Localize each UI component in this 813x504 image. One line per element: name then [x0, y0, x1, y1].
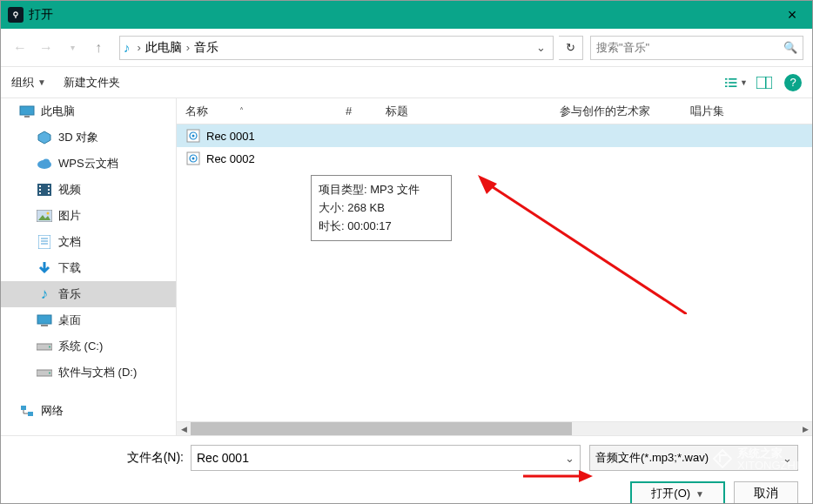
sidebar-item-label: WPS云文档 — [58, 156, 118, 171]
sidebar-item-label: 视频 — [58, 182, 81, 198]
drive-icon — [36, 338, 53, 355]
svg-rect-21 — [48, 192, 50, 194]
view-preview-button[interactable] — [753, 73, 776, 92]
svg-marker-46 — [579, 470, 593, 482]
col-title[interactable]: 标题 — [386, 104, 560, 119]
nav-forward-button[interactable]: → — [36, 37, 57, 58]
file-row[interactable]: Rec 0002 — [177, 147, 812, 170]
file-tooltip: 项目类型: MP3 文件 大小: 268 KB 时长: 00:00:17 — [311, 175, 452, 241]
svg-point-24 — [47, 212, 50, 215]
search-box[interactable]: 🔍 — [590, 36, 803, 60]
svg-text:XITONGZHIJIA.NET: XITONGZHIJIA.NET — [737, 459, 805, 472]
svg-rect-17 — [39, 189, 41, 191]
col-artist[interactable]: 参与创作的艺术家 — [560, 104, 690, 119]
file-row[interactable]: Rec 0001 — [177, 124, 812, 147]
help-button[interactable]: ? — [784, 74, 802, 91]
svg-rect-9 — [765, 77, 767, 89]
window-title: 打开 — [29, 7, 779, 23]
scroll-left-icon[interactable]: ◀ — [177, 422, 191, 436]
open-button[interactable]: 打开(O)▼ — [630, 481, 725, 504]
refresh-button[interactable]: ↻ — [559, 36, 583, 60]
filename-combobox[interactable]: ⌄ — [191, 445, 581, 471]
filename-input[interactable] — [197, 451, 565, 465]
cancel-button[interactable]: 取消 — [734, 481, 798, 504]
breadcrumb-sep: › — [186, 41, 190, 54]
file-name: Rec 0002 — [206, 152, 255, 165]
breadcrumb-sep: › — [138, 41, 141, 54]
breadcrumb-root[interactable]: 此电脑 — [145, 40, 182, 56]
search-input[interactable] — [596, 41, 783, 54]
video-icon — [36, 181, 53, 198]
scroll-right-icon[interactable]: ▶ — [798, 422, 812, 436]
sidebar-item-pc[interactable]: 此电脑 — [1, 98, 176, 124]
tooltip-size: 大小: 268 KB — [319, 199, 444, 218]
sidebar-item-3d[interactable]: 3D 对象 — [1, 124, 176, 151]
sidebar-item-label: 音乐 — [58, 286, 81, 302]
sidebar-item-label: 此电脑 — [41, 104, 75, 119]
col-name[interactable]: 名称˄ — [185, 104, 342, 119]
nav-up-button[interactable]: ↑ — [88, 37, 109, 58]
sidebar-item-label: 3D 对象 — [58, 130, 98, 145]
path-box[interactable]: ♪ › 此电脑 › 音乐 ⌄ — [119, 36, 554, 60]
doc-icon — [36, 233, 53, 251]
scroll-thumb[interactable] — [191, 422, 572, 435]
svg-marker-44 — [478, 175, 497, 194]
sidebar-item-music[interactable]: ♪音乐 — [1, 281, 176, 307]
sidebar-item-doc[interactable]: 文档 — [1, 229, 176, 255]
svg-point-14 — [43, 159, 50, 165]
sidebar-item-label: 下载 — [58, 260, 81, 276]
column-headers: 名称˄ # 标题 参与创作的艺术家 唱片集 — [177, 98, 812, 124]
svg-rect-1 — [15, 16, 16, 18]
sidebar-item-desktop[interactable]: 桌面 — [1, 307, 176, 333]
svg-text:系统之家: 系统之家 — [736, 447, 783, 460]
navbar: ← → ▾ ↑ ♪ › 此电脑 › 音乐 ⌄ ↻ 🔍 — [1, 29, 812, 67]
image-icon — [36, 207, 53, 225]
path-dropdown-icon[interactable]: ⌄ — [536, 41, 546, 54]
svg-rect-16 — [39, 185, 41, 187]
filename-label: 文件名(N): — [105, 450, 184, 466]
sort-asc-icon: ˄ — [239, 106, 244, 116]
annotation-arrow — [478, 175, 687, 314]
svg-rect-10 — [20, 106, 34, 115]
organize-label: 组织 — [11, 75, 34, 91]
svg-point-32 — [49, 346, 50, 348]
sidebar-item-network[interactable]: 网络 — [1, 398, 176, 424]
annotation-arrow — [523, 467, 593, 485]
col-number[interactable]: # — [342, 104, 386, 118]
col-album[interactable]: 唱片集 — [690, 104, 724, 119]
music-icon: ♪ — [36, 286, 53, 303]
filename-dropdown-icon[interactable]: ⌄ — [565, 452, 574, 465]
tooltip-type: 项目类型: MP3 文件 — [319, 181, 444, 199]
nav-recent-caret[interactable]: ▾ — [62, 37, 83, 58]
audio-file-icon — [185, 151, 201, 166]
sidebar-item-cloud[interactable]: WPS云文档 — [1, 151, 176, 177]
svg-rect-25 — [38, 235, 50, 249]
new-folder-label: 新建文件夹 — [64, 75, 120, 91]
svg-rect-6 — [729, 82, 736, 84]
search-icon[interactable]: 🔍 — [783, 41, 797, 54]
sidebar-item-label: 图片 — [58, 208, 81, 224]
sidebar-item-image[interactable]: 图片 — [1, 203, 176, 229]
network-icon — [18, 402, 36, 420]
view-detail-button[interactable]: ▼ — [725, 73, 748, 92]
pc-icon — [18, 103, 36, 120]
organize-button[interactable]: 组织 ▼ — [11, 75, 46, 91]
breadcrumb-current[interactable]: 音乐 — [194, 40, 218, 56]
music-icon: ♪ — [124, 40, 131, 55]
horizontal-scrollbar[interactable]: ◀ ▶ — [177, 421, 812, 435]
new-folder-button[interactable]: 新建文件夹 — [64, 75, 120, 91]
file-name: Rec 0001 — [206, 130, 255, 143]
main-area: 此电脑3D 对象WPS云文档视频图片文档下载♪音乐桌面系统 (C:)软件与文档 … — [1, 98, 812, 435]
svg-rect-30 — [41, 325, 48, 326]
sidebar-item-drive[interactable]: 软件与文档 (D:) — [1, 360, 176, 386]
nav-back-button[interactable]: ← — [10, 37, 30, 58]
audio-file-icon — [185, 128, 201, 144]
svg-rect-8 — [756, 77, 772, 89]
sidebar-item-video[interactable]: 视频 — [1, 177, 176, 203]
footer: 文件名(N): ⌄ 音频文件(*.mp3;*.wav) ⌄ 打开(O)▼ 取消 — [1, 435, 812, 504]
sidebar[interactable]: 此电脑3D 对象WPS云文档视频图片文档下载♪音乐桌面系统 (C:)软件与文档 … — [1, 98, 177, 435]
svg-rect-4 — [725, 85, 728, 87]
sidebar-item-drive[interactable]: 系统 (C:) — [1, 333, 176, 360]
close-button[interactable]: × — [779, 6, 805, 24]
sidebar-item-download[interactable]: 下载 — [1, 255, 176, 281]
